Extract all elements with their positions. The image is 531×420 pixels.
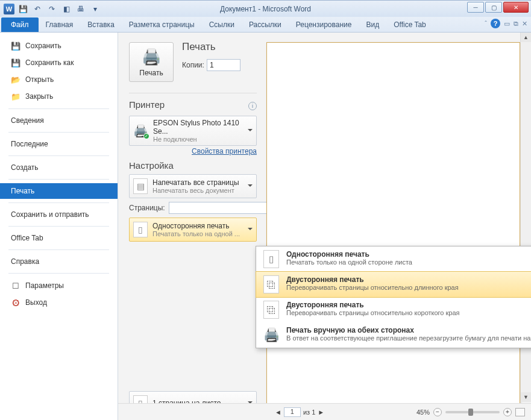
- ribbon-close-icon[interactable]: ✕: [522, 20, 527, 28]
- opt3-title: Двусторонняя печать: [286, 301, 460, 309]
- opt3-sub: Переворачивать страницы относительно кор…: [286, 309, 460, 316]
- ribbon-opt-icon[interactable]: ▭: [504, 20, 510, 28]
- tab-home[interactable]: Главная: [39, 18, 81, 32]
- title-bar: W 💾 ↶ ↷ ◧ 🖶 ▾ Документ1 - Microsoft Word…: [0, 0, 531, 17]
- printer-manual-icon: 🖨️: [263, 326, 279, 344]
- quick-access-toolbar: W 💾 ↶ ↷ ◧ 🖶 ▾: [0, 3, 101, 15]
- duplex-option-long-edge[interactable]: ⿻ Двусторонняя печатьПереворачивать стра…: [256, 271, 531, 298]
- ribbon-min-icon[interactable]: ˆ: [485, 20, 487, 27]
- help-icon[interactable]: ?: [491, 19, 500, 28]
- qat-more-icon[interactable]: ▾: [89, 3, 101, 15]
- sidebar-print[interactable]: Печать: [0, 183, 118, 199]
- tab-office-tab[interactable]: Office Tab: [386, 18, 433, 32]
- sidebar-open[interactable]: 📂Открыть: [0, 71, 118, 88]
- exit-icon: ⮿: [11, 298, 20, 307]
- sidebar-officetab-label: Office Tab: [11, 234, 43, 242]
- duplex-option-manual[interactable]: 🖨️ Печать вручную на обеих сторонахВ отв…: [256, 322, 531, 348]
- sidebar-office-tab[interactable]: Office Tab: [0, 230, 118, 246]
- word-logo-icon: W: [4, 4, 14, 14]
- sidebar-share[interactable]: Сохранить и отправить: [0, 207, 118, 222]
- sidebar-open-label: Открыть: [25, 75, 54, 84]
- tab-references[interactable]: Ссылки: [202, 18, 242, 32]
- opt1-sub: Печатать только на одной стороне листа: [286, 259, 412, 266]
- page-navigator: ◄ 1 из 1 ►: [275, 407, 324, 417]
- zoom-label: 45%: [416, 409, 430, 416]
- range-title: Напечатать все страницы: [152, 178, 239, 187]
- print-button-label: Печать: [139, 69, 163, 77]
- print-preview: [264, 33, 531, 420]
- zoom-out-button[interactable]: −: [433, 408, 442, 416]
- page-duplex-short-icon: ⿻: [263, 301, 279, 319]
- zoom-in-button[interactable]: +: [503, 408, 512, 416]
- sidebar-info[interactable]: Сведения: [0, 113, 118, 128]
- print-range-selector[interactable]: ▤ Напечатать все страницы Напечатать вес…: [129, 174, 257, 198]
- duplex-title: Односторонняя печать: [152, 222, 240, 230]
- tab-file[interactable]: Файл: [1, 17, 39, 32]
- page-of-label: из 1: [303, 409, 315, 416]
- pages-icon: ▤: [133, 178, 148, 194]
- chevron-down-icon: [248, 228, 253, 233]
- qat-print-icon[interactable]: 🖶: [75, 3, 87, 15]
- duplex-sub: Печатать только на одной ...: [152, 230, 240, 237]
- options-icon: ☐: [11, 281, 20, 290]
- tab-mailings[interactable]: Рассылки: [242, 18, 289, 32]
- ribbon-tabs: Файл Главная Вставка Разметка страницы С…: [0, 17, 531, 33]
- pages-input[interactable]: [169, 202, 272, 214]
- sidebar-close[interactable]: 📁Закрыть: [0, 88, 118, 105]
- page-number-input[interactable]: 1: [284, 407, 301, 417]
- printer-device-icon: 🖨️✓: [133, 124, 148, 138]
- print-button[interactable]: 🖨️ Печать: [129, 42, 174, 82]
- copies-label: Копии:: [182, 61, 204, 69]
- tab-layout[interactable]: Разметка страницы: [122, 18, 202, 32]
- duplex-option-short-edge[interactable]: ⿻ Двусторонняя печатьПереворачивать стра…: [256, 297, 531, 322]
- sidebar-save-label: Сохранить: [25, 42, 61, 50]
- tab-review[interactable]: Рецензирование: [289, 18, 359, 32]
- scroll-down-icon[interactable]: ▼: [521, 392, 531, 402]
- sidebar-recent[interactable]: Последние: [0, 136, 118, 152]
- preview-status-bar: ◄ 1 из 1 ► 45% − +: [118, 403, 531, 420]
- duplex-option-single[interactable]: ▯ Односторонняя печатьПечатать только на…: [256, 246, 531, 272]
- printer-selector[interactable]: 🖨️✓ EPSON Stylus Photo 1410 Se... Не под…: [129, 116, 257, 146]
- printer-info-icon[interactable]: i: [248, 102, 257, 110]
- sidebar-save-as[interactable]: 💾Сохранить как: [0, 54, 118, 71]
- copies-input[interactable]: 1: [207, 59, 240, 71]
- tab-view[interactable]: Вид: [359, 18, 386, 32]
- tab-insert[interactable]: Вставка: [80, 18, 122, 32]
- zoom-fit-button[interactable]: [515, 408, 525, 416]
- qat-btn-icon[interactable]: ◧: [60, 3, 72, 15]
- zoom-thumb[interactable]: [468, 409, 473, 416]
- next-page-icon[interactable]: ►: [318, 409, 324, 416]
- save-qat-icon[interactable]: 💾: [17, 3, 29, 15]
- sidebar-help-label: Справка: [11, 257, 39, 266]
- printer-heading: Принтер: [129, 99, 165, 110]
- print-panel: 🖨️ Печать Печать Копии: 1 Принтер i 🖨️✓: [118, 33, 531, 420]
- undo-qat-icon[interactable]: ↶: [31, 3, 43, 15]
- maximize-button[interactable]: ▢: [485, 2, 502, 13]
- opt2-title: Двусторонняя печать: [286, 275, 459, 284]
- redo-qat-icon[interactable]: ↷: [46, 3, 58, 15]
- close-button[interactable]: ✕: [503, 2, 529, 13]
- sidebar-exit[interactable]: ⮿Выход: [0, 294, 118, 311]
- chevron-down-icon: [248, 184, 253, 189]
- printer-properties-link[interactable]: Свойства принтера: [129, 147, 257, 155]
- duplex-selector[interactable]: ▯ Односторонняя печать Печатать только н…: [129, 218, 257, 242]
- page-duplex-long-icon: ⿻: [263, 275, 279, 293]
- ribbon-opt2-icon[interactable]: ⧉: [514, 20, 518, 28]
- sidebar-new-label: Создать: [11, 163, 39, 172]
- zoom-slider[interactable]: [445, 411, 500, 413]
- prev-page-icon[interactable]: ◄: [275, 409, 281, 416]
- sidebar-saveas-label: Сохранить как: [25, 58, 74, 67]
- sidebar-help[interactable]: Справка: [0, 254, 118, 269]
- printer-icon: 🖨️: [142, 48, 161, 66]
- page-single-icon: ▯: [263, 250, 279, 268]
- save-as-icon: 💾: [11, 58, 20, 67]
- window-controls: ─ ▢ ✕: [467, 2, 529, 13]
- scroll-up-icon[interactable]: ▲: [521, 33, 531, 42]
- sidebar-new[interactable]: Создать: [0, 160, 118, 175]
- chevron-down-icon: [248, 129, 253, 134]
- preview-page: [266, 42, 520, 420]
- pages-label: Страницы:: [129, 204, 165, 212]
- sidebar-save[interactable]: 💾Сохранить: [0, 37, 118, 54]
- minimize-button[interactable]: ─: [467, 2, 484, 13]
- sidebar-options[interactable]: ☐Параметры: [0, 277, 118, 294]
